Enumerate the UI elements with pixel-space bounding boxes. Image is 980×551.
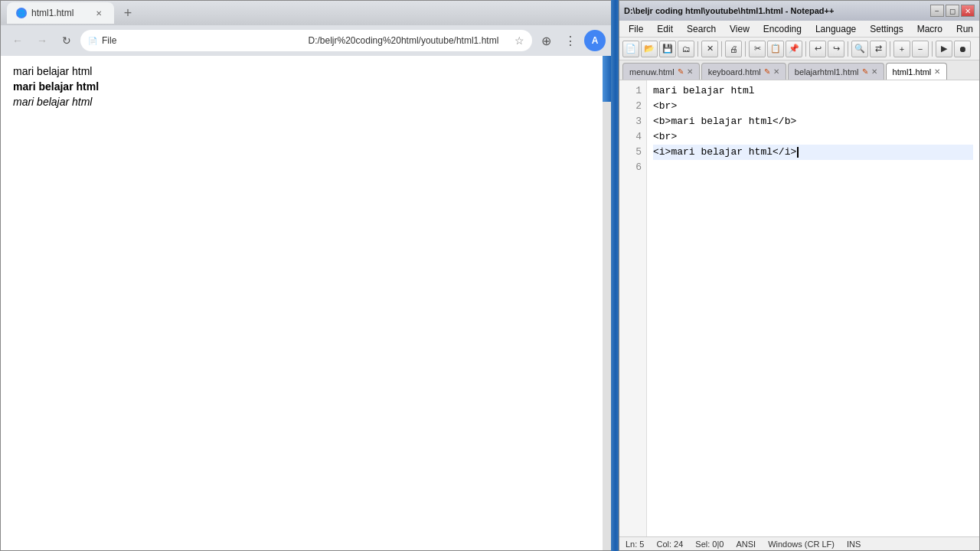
toolbar-separator-5 [848,41,848,57]
toolbar-run[interactable]: ▶ [936,41,952,57]
code-content[interactable]: mari belajar html <br> <b>mari belajar h… [647,80,979,536]
menu-edit[interactable]: Edit [651,22,679,36]
notepad-editor-area[interactable]: 1 2 3 4 5 6 mari belajar html <br> <b>ma… [619,80,979,536]
code-line-6 [653,160,973,175]
line-num-2: 2 [619,99,646,114]
toolbar-macro-rec[interactable]: ⏺ [954,41,971,57]
toolbar-save[interactable]: 💾 [659,41,676,57]
status-encoding: ANSI [736,540,756,549]
notepad-status-bar: Ln: 5 Col: 24 Sel: 0|0 ANSI Windows (CR … [619,536,979,550]
toolbar-zoom-out[interactable]: − [912,41,929,57]
toolbar-copy[interactable]: 📋 [767,41,784,57]
line-numbers: 1 2 3 4 5 6 [619,80,647,536]
address-box[interactable]: 📄 File D:/beljr%20coding%20html/youtube/… [80,30,532,51]
address-lock-icon: 📄 [88,37,97,45]
toolbar-separator-7 [932,41,933,57]
window-controls: − ◻ ✕ [930,5,975,17]
content-line-3: mari belajar html [13,96,599,108]
toolbar-separator-3 [745,41,746,57]
tab1-label: menuw.html [629,67,675,77]
notepad-tab-bar: menuw.html ✎ ✕ keyboard.html ✎ ✕ belajar… [619,60,979,80]
notepad-tab-4-active[interactable]: html1.html ✕ [886,63,948,80]
content-line-2: mari belajar html [13,80,599,93]
status-sel: Sel: 0|0 [695,540,724,549]
notepad-tab-2[interactable]: keyboard.html ✎ ✕ [701,63,786,80]
chrome-content-area: mari belajar html mari belajar html mari… [1,56,612,550]
tab2-modified: ✎ [764,67,770,76]
code-line-3: <b>mari belajar html</b> [653,114,973,129]
tab-title: html1.html [31,8,88,18]
notepad-tab-1[interactable]: menuw.html ✎ ✕ [622,63,700,80]
notepad-tab-3[interactable]: belajarhtml1.html ✎ ✕ [788,63,884,80]
line-num-5: 5 [619,145,646,160]
code-line-4: <br> [653,129,973,145]
chrome-toolbar-icons: ⊕ ⋮ A [535,30,606,51]
tab4-label: html1.html [893,67,932,77]
chrome-extensions-icon[interactable]: ⊕ [535,30,557,51]
refresh-button[interactable]: ↻ [56,30,77,51]
chrome-active-tab[interactable]: 🌐 html1.html ✕ [7,2,114,24]
menu-settings[interactable]: Settings [864,22,909,36]
tab1-modified: ✎ [678,67,684,76]
toolbar-replace[interactable]: ⇄ [870,41,887,57]
status-ins: INS [847,540,861,549]
bookmark-icon[interactable]: ☆ [514,34,524,47]
status-ln: Ln: 5 [626,540,644,549]
menu-macro[interactable]: Macro [911,22,949,36]
chrome-title-bar: 🌐 html1.html ✕ + [1,1,612,25]
chrome-address-bar: ← → ↻ 📄 File D:/beljr%20coding%20html/yo… [1,25,612,56]
toolbar-undo[interactable]: ↩ [809,41,826,57]
toolbar-separator-6 [890,41,890,57]
toolbar-print[interactable]: 🖨 [725,41,742,57]
menu-language[interactable]: Language [809,22,862,36]
toolbar-zoom-in[interactable]: + [893,41,910,57]
status-eol: Windows (CR LF) [768,540,835,549]
menu-run[interactable]: Run [950,22,979,36]
tab3-close[interactable]: ✕ [871,67,877,76]
forward-button[interactable]: → [31,30,53,51]
minimize-button[interactable]: − [930,5,944,17]
chrome-browser-window: 🌐 html1.html ✕ + ← → ↻ 📄 File D:/beljr%2… [0,0,612,551]
menu-encoding[interactable]: Encoding [757,22,808,36]
toolbar-cut[interactable]: ✂ [749,41,766,57]
tab4-close[interactable]: ✕ [934,67,940,76]
notepad-title-text: D:\beljr coding html\youtube\html1.html … [624,6,834,15]
tab-favicon: 🌐 [16,8,27,18]
tab3-modified: ✎ [862,67,868,76]
back-button[interactable]: ← [7,30,28,51]
tab-close-button[interactable]: ✕ [93,7,105,19]
code-line-1: mari belajar html [653,83,973,99]
tab3-label: belajarhtml1.html [795,67,859,77]
chrome-menu-icon[interactable]: ⋮ [560,30,581,51]
toolbar-new[interactable]: 📄 [622,41,639,57]
toolbar-save-all[interactable]: 🗂 [678,41,694,57]
chrome-avatar[interactable]: A [584,30,606,51]
toolbar-find[interactable]: 🔍 [851,41,868,57]
new-tab-button[interactable]: + [117,2,139,24]
toolbar-redo[interactable]: ↪ [828,41,844,57]
toolbar-separator-4 [805,41,806,57]
menu-file[interactable]: File [622,22,649,36]
close-button[interactable]: ✕ [961,5,975,17]
maximize-button[interactable]: ◻ [946,5,959,17]
content-line-1: mari belajar html [13,65,599,77]
notepad-menu-bar: File Edit Search View Encoding Language … [619,21,979,37]
toolbar-separator-1 [697,41,698,57]
tab2-close[interactable]: ✕ [773,67,779,76]
line-num-4: 4 [619,129,646,145]
menu-view[interactable]: View [724,22,756,36]
notepad-toolbar: 📄 📂 💾 🗂 ✕ 🖨 ✂ 📋 📌 ↩ ↪ 🔍 ⇄ + − ▶ ⏺ [619,37,979,60]
toolbar-separator-2 [721,41,722,57]
line-num-3: 3 [619,114,646,129]
tab2-label: keyboard.html [708,67,761,77]
toolbar-close[interactable]: ✕ [701,41,718,57]
address-url: D:/beljr%20coding%20html/youtube/html1.h… [309,35,511,46]
notepad-window: D:\beljr coding html\youtube\html1.html … [619,0,980,551]
toolbar-open[interactable]: 📂 [641,41,658,57]
line-num-1: 1 [619,83,646,99]
code-line-5: <i>mari belajar html</i> [653,145,973,160]
menu-search[interactable]: Search [681,22,722,36]
notepad-title-bar: D:\beljr coding html\youtube\html1.html … [619,1,979,21]
tab1-close[interactable]: ✕ [687,67,693,76]
toolbar-paste[interactable]: 📌 [786,41,802,57]
